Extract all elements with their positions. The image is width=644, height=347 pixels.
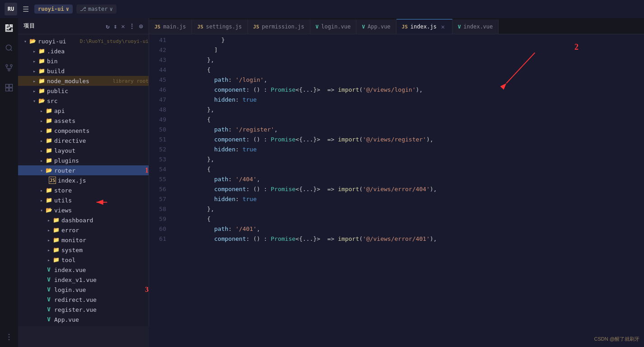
code-line-57: hidden: true [179, 194, 644, 204]
hamburger-menu[interactable]: ☰ [21, 3, 31, 15]
tree-item-node-modules[interactable]: ▸ 📁 node_modules library root [18, 76, 149, 86]
tree-arrow-store: ▸ [38, 187, 45, 194]
tree-arrow-utils: ▸ [38, 197, 45, 204]
tab-label-app-vue: App.vue [368, 23, 391, 30]
branch-icon: ⎇ [80, 6, 86, 12]
collapse-icon[interactable]: ↕ [113, 23, 117, 30]
branch-chevron: ∨ [109, 6, 112, 12]
svg-rect-10 [6, 88, 9, 91]
tree-item-dashboard[interactable]: ▸ 📁 dashboard [18, 215, 149, 225]
tree-item-views-index-v1[interactable]: V index_v1.vue [18, 275, 149, 285]
tab-app-vue[interactable]: V App.vue [356, 19, 396, 34]
refresh-icon[interactable]: ↻ [106, 23, 110, 30]
tree-arrow-tool: ▸ [45, 256, 52, 263]
more-icon[interactable]: ⋮ [129, 23, 135, 30]
tree-label-monitor: monitor [61, 237, 149, 244]
tab-index-vue[interactable]: V index.vue [453, 19, 499, 34]
more-activity-icon[interactable] [3, 331, 15, 343]
source-control-activity-icon[interactable] [3, 61, 15, 74]
vue-tab-icon: V [458, 24, 461, 30]
code-line-49: { [179, 115, 644, 125]
search-activity-icon[interactable] [3, 42, 15, 54]
tree-item-idea[interactable]: ▸ 📁 .idea [18, 46, 149, 56]
tree-arrow: ▾ [22, 38, 29, 45]
tree-label-views: views [54, 207, 149, 214]
tree-item-error[interactable]: ▸ 📁 error [18, 225, 149, 235]
tree-item-api[interactable]: ▸ 📁 api [18, 106, 149, 116]
code-line-48: }, [179, 105, 644, 115]
code-line-54: { [179, 164, 644, 174]
tree-item-views-index[interactable]: V index.vue [18, 265, 149, 275]
tree-item-register-vue[interactable]: V register.vue [18, 305, 149, 314]
tree-label-system: system [61, 247, 149, 253]
tree-arrow-src: ▾ [31, 97, 38, 104]
tree-arrow-bin: ▸ [31, 57, 38, 65]
svg-rect-2 [6, 28, 8, 29]
tab-index-js[interactable]: JS index.js ✕ [397, 19, 453, 34]
project-selector[interactable]: ruoyi-ui ∨ [34, 5, 73, 14]
tree-arrow-system: ▸ [45, 246, 52, 253]
tree-item-plugins[interactable]: ▸ 📁 plugins [18, 155, 149, 165]
code-line-61: component: () : Promise<{...}> => import… [179, 234, 644, 244]
folder-icon: 📁 [38, 67, 45, 75]
tree-item-components[interactable]: ▸ 📁 components [18, 126, 149, 136]
tab-permission-js[interactable]: JS permission.js [248, 19, 310, 34]
tree-item-router[interactable]: ▾ 📂 router 1 [18, 165, 149, 175]
tree-sublabel-node-modules: library root [113, 78, 149, 84]
tree-item-layout[interactable]: ▸ 📁 layout [18, 145, 149, 155]
tree-item-build[interactable]: ▸ 📁 build [18, 66, 149, 76]
tree-label-views-index-v1: index_v1.vue [54, 277, 149, 283]
tree-item-views[interactable]: ▾ 📂 views [18, 205, 149, 215]
folder-icon: 📁 [38, 77, 45, 84]
tree-item-src[interactable]: ▾ 📂 src [18, 96, 149, 106]
tree-label-redirect-vue: redirect.vue [54, 296, 149, 303]
tree-item-router-index[interactable]: JS index.js [18, 175, 149, 185]
tree-item-login-vue[interactable]: V login.vue 3 [18, 285, 149, 295]
tree-item-system[interactable]: ▸ 📁 system [18, 245, 149, 255]
tab-login-vue[interactable]: V login.vue [310, 19, 357, 34]
settings-icon[interactable]: ⊙ [139, 23, 143, 30]
files-activity-icon[interactable] [3, 22, 15, 34]
tab-settings-js[interactable]: JS settings.js [192, 19, 248, 34]
app-logo: RU [5, 3, 17, 15]
tree-arrow-components: ▸ [38, 127, 45, 134]
tree-label-error: error [61, 227, 149, 234]
tab-close-index-js[interactable]: ✕ [439, 23, 447, 30]
tree-item-utils[interactable]: ▸ 📁 utils [18, 195, 149, 205]
tree-label-router: router [54, 167, 141, 174]
tree-item-store[interactable]: ▸ 📁 store [18, 185, 149, 195]
tree-arrow-assets: ▸ [38, 117, 45, 124]
vue-tab-icon: V [316, 24, 319, 30]
vue-file-icon: V [45, 266, 52, 273]
tree-arrow-plugins: ▸ [38, 157, 45, 164]
tree-item-redirect-vue[interactable]: V redirect.vue [18, 295, 149, 305]
tree-item-ruoyi-ui[interactable]: ▾ 📂 ruoyi-ui D:\RuoYi_study\ruoyi-ui [18, 36, 149, 46]
folder-icon: 📁 [38, 57, 45, 65]
activity-bar [0, 18, 18, 347]
editor-area: JS main.js JS settings.js JS permission.… [149, 18, 644, 347]
main-layout: 项目 ↻ ↕ ✕ ⋮ ⊙ ▾ 📂 ruoyi-ui D:\RuoYi_study… [0, 18, 644, 347]
tree-item-app-vue[interactable]: V App.vue [18, 314, 149, 324]
code-editor[interactable]: } ] }, { path: '/login', component: () :… [172, 34, 644, 347]
tree-item-monitor[interactable]: ▸ 📁 monitor [18, 235, 149, 245]
tree-item-assets[interactable]: ▸ 📁 assets [18, 116, 149, 126]
extensions-activity-icon[interactable] [3, 81, 15, 94]
code-line-46: component: () : Promise<{...}> => import… [179, 85, 644, 95]
tree-label-directive: directive [54, 137, 149, 144]
vue-file-icon: V [45, 306, 52, 313]
tree-arrow-views: ▾ [38, 206, 45, 214]
close-icon[interactable]: ✕ [121, 23, 125, 30]
tab-main-js[interactable]: JS main.js [149, 19, 192, 34]
tree-label-public: public [47, 88, 149, 94]
tree-item-tool[interactable]: ▸ 📁 tool [18, 255, 149, 265]
tree-item-directive[interactable]: ▸ 📁 directive [18, 136, 149, 145]
tree-label-assets: assets [54, 117, 149, 124]
folder-icon: 📁 [45, 147, 52, 154]
tree-label-register-vue: register.vue [54, 306, 149, 313]
branch-selector[interactable]: ⎇ master ∨ [76, 5, 117, 14]
tree-arrow-api: ▸ [38, 107, 45, 114]
tree-item-public[interactable]: ▸ 📁 public [18, 86, 149, 96]
tree-item-bin[interactable]: ▸ 📁 bin [18, 56, 149, 66]
tree-label-router-index: index.js [58, 177, 149, 184]
svg-point-5 [10, 65, 12, 66]
